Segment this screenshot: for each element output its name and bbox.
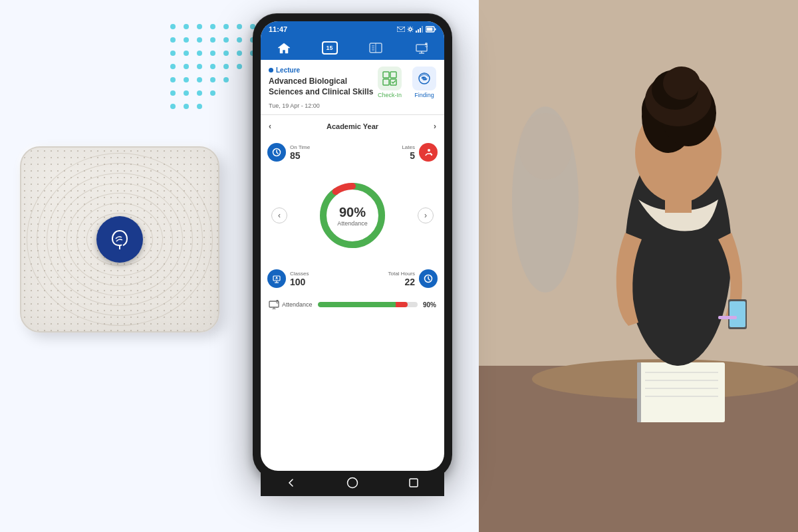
svg-point-81 xyxy=(425,43,428,45)
checkin-label: Check-In xyxy=(378,92,402,98)
back-button[interactable] xyxy=(285,476,298,489)
progress-percent: 90% xyxy=(423,301,436,309)
background: 11:47 xyxy=(0,0,798,532)
stat-lates: Lates 5 xyxy=(353,138,444,167)
nav-book[interactable] xyxy=(368,41,384,55)
lecture-type-label: Lecture xyxy=(276,66,300,74)
svg-point-28 xyxy=(237,64,242,69)
stat-hours: Total Hours 22 xyxy=(353,264,444,293)
nav-home[interactable] xyxy=(276,41,292,55)
phone-mockup: 11:47 xyxy=(253,13,452,479)
svg-rect-52 xyxy=(730,301,745,327)
svg-rect-66 xyxy=(416,31,417,33)
svg-point-5 xyxy=(237,24,242,29)
svg-point-21 xyxy=(237,51,242,56)
svg-point-23 xyxy=(170,64,176,69)
svg-point-2 xyxy=(197,24,202,29)
svg-point-18 xyxy=(197,51,202,56)
lates-icon xyxy=(419,143,438,162)
svg-point-12 xyxy=(223,37,229,43)
svg-point-59 xyxy=(663,66,700,100)
svg-point-34 xyxy=(170,90,176,96)
year-label: Academic Year xyxy=(327,122,378,130)
svg-rect-83 xyxy=(390,72,396,78)
svg-point-24 xyxy=(184,64,189,69)
iot-device xyxy=(20,146,233,346)
svg-point-33 xyxy=(223,77,229,82)
svg-point-65 xyxy=(409,28,412,31)
student-photo xyxy=(479,0,798,532)
lecture-actions: Check-In xyxy=(378,66,436,98)
svg-point-17 xyxy=(184,51,189,56)
lecture-title: Advanced Biological Sciences and Clinica… xyxy=(269,76,378,97)
svg-point-20 xyxy=(223,51,229,56)
year-next[interactable]: › xyxy=(434,122,436,131)
svg-point-16 xyxy=(170,51,176,56)
svg-rect-72 xyxy=(435,29,436,31)
classes-value: 100 xyxy=(290,277,309,287)
svg-point-3 xyxy=(210,24,215,29)
lecture-type: Lecture xyxy=(269,66,378,74)
svg-point-13 xyxy=(237,37,242,43)
checkin-button[interactable]: Check-In xyxy=(378,66,402,98)
svg-point-38 xyxy=(170,104,176,109)
svg-point-30 xyxy=(184,77,189,82)
hours-label: Total Hours xyxy=(388,271,415,277)
svg-point-19 xyxy=(210,51,215,56)
stat-classes: Classes 100 xyxy=(261,264,352,293)
finding-button[interactable]: Finding xyxy=(412,66,436,98)
classes-icon xyxy=(267,269,286,288)
svg-point-8 xyxy=(170,37,176,43)
checkin-icon-wrap xyxy=(378,66,402,90)
status-icons xyxy=(397,26,436,33)
progress-section: Attendance 90% xyxy=(261,295,444,315)
svg-rect-44 xyxy=(638,362,725,422)
progress-fill xyxy=(318,302,408,307)
on-time-value: 85 xyxy=(290,150,310,161)
app-nav: 15 xyxy=(261,36,444,60)
progress-text: Attendance xyxy=(282,301,313,308)
device-logo xyxy=(96,216,143,263)
classes-label: Classes xyxy=(290,271,309,277)
nav-class[interactable] xyxy=(414,41,430,55)
lecture-date: Tue, 19 Apr - 12:00 xyxy=(269,100,378,109)
recents-button[interactable] xyxy=(407,476,420,489)
svg-point-39 xyxy=(184,104,189,109)
svg-point-40 xyxy=(197,104,202,109)
svg-point-89 xyxy=(428,149,430,152)
svg-rect-61 xyxy=(718,316,737,319)
donut-prev[interactable]: ‹ xyxy=(271,207,287,223)
svg-point-36 xyxy=(197,90,202,96)
donut-label: Attendance xyxy=(337,220,368,227)
svg-point-37 xyxy=(210,90,215,96)
svg-point-29 xyxy=(170,77,176,82)
donut-percent: 90% xyxy=(337,205,368,220)
stat-on-time: On Time 85 xyxy=(261,138,352,167)
svg-point-32 xyxy=(210,77,215,82)
svg-point-96 xyxy=(276,277,277,278)
svg-point-35 xyxy=(184,90,189,96)
svg-rect-98 xyxy=(269,301,279,307)
svg-rect-49 xyxy=(637,362,641,422)
svg-rect-71 xyxy=(427,28,433,31)
svg-point-10 xyxy=(197,37,202,43)
svg-rect-78 xyxy=(416,45,427,51)
svg-rect-103 xyxy=(410,479,418,487)
year-prev[interactable]: ‹ xyxy=(269,122,271,131)
donut-section: ‹ 90% Attendance xyxy=(261,168,444,263)
svg-rect-60 xyxy=(665,193,692,213)
on-time-label: On Time xyxy=(290,144,310,150)
svg-rect-67 xyxy=(418,29,419,33)
home-button[interactable] xyxy=(346,476,359,489)
svg-point-9 xyxy=(184,37,189,43)
nav-calendar[interactable]: 15 xyxy=(322,41,338,55)
donut-next[interactable]: › xyxy=(418,207,434,223)
finding-label: Finding xyxy=(414,92,434,98)
status-time: 11:47 xyxy=(269,25,287,33)
bottom-stats: Classes 100 Total Hours 22 xyxy=(261,264,444,293)
stats-row: On Time 85 Lates 5 xyxy=(261,138,444,167)
svg-point-63 xyxy=(519,113,572,180)
svg-rect-68 xyxy=(420,28,421,33)
calendar-badge: 15 xyxy=(322,41,338,55)
svg-point-26 xyxy=(210,64,215,69)
